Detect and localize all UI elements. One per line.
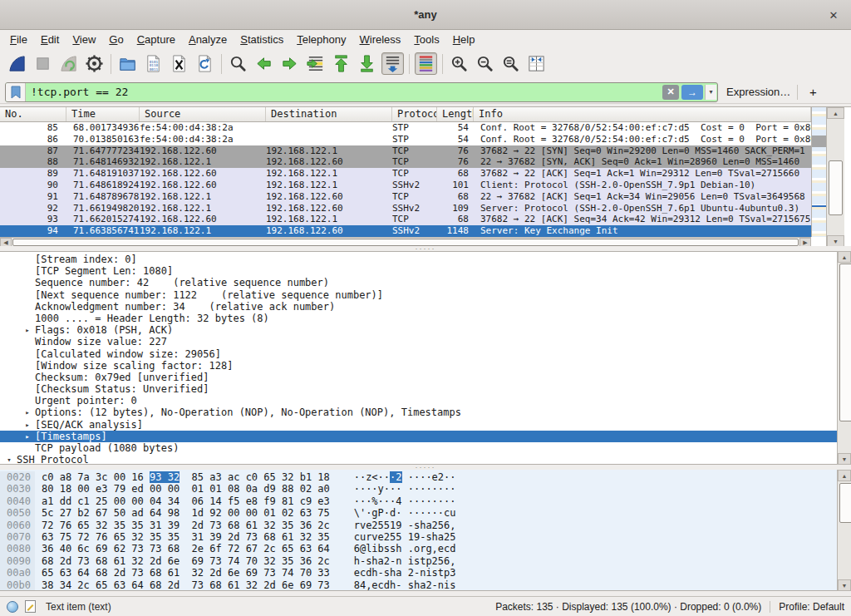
expander-closed-icon[interactable]: ▸ [22, 407, 33, 418]
menu-edit[interactable]: Edit [34, 32, 66, 47]
hex-row-0020[interactable]: 0020c0 a8 7a 3c 00 16 93 32 85 a3 ac c0 … [0, 471, 851, 483]
go-last-icon[interactable] [356, 52, 378, 75]
packet-row-89[interactable]: 8971.648191037192.168.122.60192.168.122.… [0, 168, 811, 180]
details-vscrollbar[interactable]: ▲ ▼ [837, 251, 851, 465]
detail-line[interactable]: 1000 .... = Header Length: 32 bytes (8) [0, 313, 851, 324]
hex-row-0050[interactable]: 00505c 27 b2 67 50 ad 64 98 1d 92 00 00 … [0, 507, 851, 519]
save-file-icon[interactable]: 010101100011 [142, 52, 165, 75]
packet-row-92[interactable]: 9271.661949820192.168.122.1192.168.122.6… [0, 203, 811, 214]
packet-row-85[interactable]: 8568.001734936fe:54:00:d4:38:2aSTP54Conf… [0, 122, 811, 134]
detail-line[interactable]: Acknowledgment number: 34 (relative ack … [0, 301, 851, 313]
column-header-time[interactable]: Time [66, 107, 140, 121]
scroll-up-icon[interactable]: ▲ [838, 251, 851, 263]
hex-row-0040[interactable]: 0040a1 dd c1 25 00 00 04 34 06 14 f5 e8 … [0, 495, 851, 507]
packet-row-94[interactable]: 9471.663856741192.168.122.1192.168.122.6… [0, 225, 811, 237]
start-capture-icon[interactable] [6, 52, 28, 75]
go-back-icon[interactable] [253, 52, 275, 75]
auto-scroll-icon[interactable] [381, 52, 404, 75]
scroll-up-icon[interactable]: ▲ [827, 107, 844, 119]
menu-wireless[interactable]: Wireless [353, 32, 408, 47]
filter-clear-icon[interactable]: ✕ [662, 85, 679, 100]
column-header-protocol[interactable]: Protocol [392, 107, 437, 121]
stop-capture-icon[interactable] [32, 52, 54, 75]
go-first-icon[interactable] [330, 52, 352, 75]
menu-analyze[interactable]: Analyze [182, 32, 234, 47]
packet-row-88[interactable]: 8871.648146932192.168.122.1192.168.122.6… [0, 156, 811, 168]
scroll-down-icon[interactable]: ▼ [827, 235, 844, 247]
zoom-reset-icon[interactable] [499, 52, 522, 75]
zoom-in-icon[interactable] [448, 52, 470, 75]
scroll-thumb[interactable] [829, 160, 843, 215]
hex-row-0060[interactable]: 006072 76 65 32 35 35 31 39 2d 73 68 61 … [0, 520, 851, 531]
scroll-down-icon[interactable]: ▼ [838, 579, 851, 591]
hex-row-0070[interactable]: 007063 75 72 76 65 32 35 35 31 39 2d 73 … [0, 531, 851, 543]
menu-telephony[interactable]: Telephony [290, 32, 352, 47]
go-forward-icon[interactable] [278, 52, 301, 75]
detail-line[interactable]: Window size value: 227 [0, 336, 851, 347]
hex-row-00b0[interactable]: 00b038 34 2c 65 63 64 68 2d 73 68 61 32 … [0, 579, 851, 591]
packet-list-vscrollbar[interactable]: ▲ ▼ [826, 107, 844, 247]
add-filter-button[interactable]: + [804, 85, 821, 99]
detail-line[interactable]: ▸Options: (12 bytes), No-Operation (NOP)… [0, 407, 851, 418]
packet-row-87[interactable]: 8771.647777234192.168.122.60192.168.122.… [0, 145, 811, 157]
scroll-thumb[interactable] [839, 483, 851, 523]
detail-line[interactable]: [Next sequence number: 1122 (relative se… [0, 289, 851, 301]
display-filter-input[interactable]: !tcp.port == 22 ✕ → ▾ [5, 82, 718, 102]
packet-list-minimap[interactable] [811, 107, 826, 237]
detail-line[interactable]: ▸[Timestamps] [0, 431, 851, 442]
column-header-no[interactable]: No. [0, 107, 66, 121]
expander-closed-icon[interactable]: ▸ [22, 419, 33, 431]
scroll-thumb[interactable] [12, 239, 799, 246]
detail-line[interactable]: Urgent pointer: 0 [0, 395, 851, 407]
expert-info-icon[interactable] [7, 601, 18, 613]
capture-comment-icon[interactable] [25, 600, 36, 613]
bytes-vscrollbar[interactable]: ▲ ▼ [837, 470, 851, 591]
menu-help[interactable]: Help [446, 32, 482, 47]
restart-capture-icon[interactable] [57, 52, 80, 75]
column-header-destination[interactable]: Destination [266, 107, 392, 121]
detail-line[interactable]: TCP payload (1080 bytes) [0, 442, 851, 454]
packet-row-91[interactable]: 9171.648789678192.168.122.1192.168.122.6… [0, 191, 811, 203]
menu-statistics[interactable]: Statistics [234, 32, 290, 47]
zoom-out-icon[interactable] [474, 52, 496, 75]
expander-open-icon[interactable]: ▾ [3, 454, 15, 465]
capture-options-icon[interactable] [83, 52, 106, 75]
menu-tools[interactable]: Tools [407, 32, 445, 47]
close-file-icon[interactable] [168, 52, 190, 75]
detail-line[interactable]: Checksum: 0x79ed [unverified] [0, 372, 851, 383]
menu-file[interactable]: File [3, 32, 34, 47]
column-header-info[interactable]: Info [474, 107, 811, 121]
menu-capture[interactable]: Capture [130, 32, 182, 47]
hex-row-0090[interactable]: 009068 2d 73 68 61 32 2d 6e 69 73 74 70 … [0, 555, 851, 567]
status-profile[interactable]: Profile: Default [779, 601, 844, 613]
filter-apply-icon[interactable]: → [681, 85, 703, 100]
hex-row-0080[interactable]: 008036 40 6c 69 62 73 73 68 2e 6f 72 67 … [0, 543, 851, 554]
detail-line[interactable]: [TCP Segment Len: 1080] [0, 265, 851, 277]
detail-line[interactable]: [Window size scaling factor: 128] [0, 360, 851, 372]
filter-bookmark-icon[interactable] [6, 83, 26, 101]
open-file-icon[interactable] [116, 52, 139, 75]
detail-line[interactable]: [Stream index: 0] [0, 254, 851, 265]
column-header-length[interactable]: Length [437, 107, 474, 121]
close-icon[interactable]: ✕ [826, 7, 841, 22]
detail-line[interactable]: Sequence number: 42 (relative sequence n… [0, 277, 851, 288]
scroll-up-icon[interactable]: ▲ [838, 470, 851, 481]
expression-button[interactable]: Expression… [726, 86, 790, 98]
go-to-packet-icon[interactable] [304, 52, 327, 75]
packet-row-86[interactable]: 8670.013850163fe:54:00:d4:38:2aSTP54Conf… [0, 134, 811, 145]
colorize-icon[interactable] [415, 52, 437, 75]
reload-file-icon[interactable] [194, 52, 216, 75]
scroll-thumb[interactable] [839, 264, 851, 421]
packet-row-90[interactable]: 9071.648618924192.168.122.60192.168.122.… [0, 180, 811, 191]
detail-line[interactable]: [Checksum Status: Unverified] [0, 383, 851, 395]
filter-text[interactable]: !tcp.port == 22 [26, 86, 662, 98]
column-header-source[interactable]: Source [140, 107, 266, 121]
detail-line[interactable]: ▸[SEQ/ACK analysis] [0, 419, 851, 431]
filter-history-caret-icon[interactable]: ▾ [705, 85, 716, 100]
packet-row-93[interactable]: 9371.662015274192.168.122.60192.168.122.… [0, 214, 811, 225]
resize-columns-icon[interactable] [525, 52, 548, 75]
menu-go[interactable]: Go [102, 32, 130, 47]
hex-row-00a0[interactable]: 00a065 63 64 68 2d 73 68 61 32 2d 6e 69 … [0, 567, 851, 579]
hex-row-0030[interactable]: 003080 18 00 e3 79 ed 00 00 01 01 08 0a … [0, 483, 851, 495]
expander-closed-icon[interactable]: ▸ [22, 324, 33, 336]
